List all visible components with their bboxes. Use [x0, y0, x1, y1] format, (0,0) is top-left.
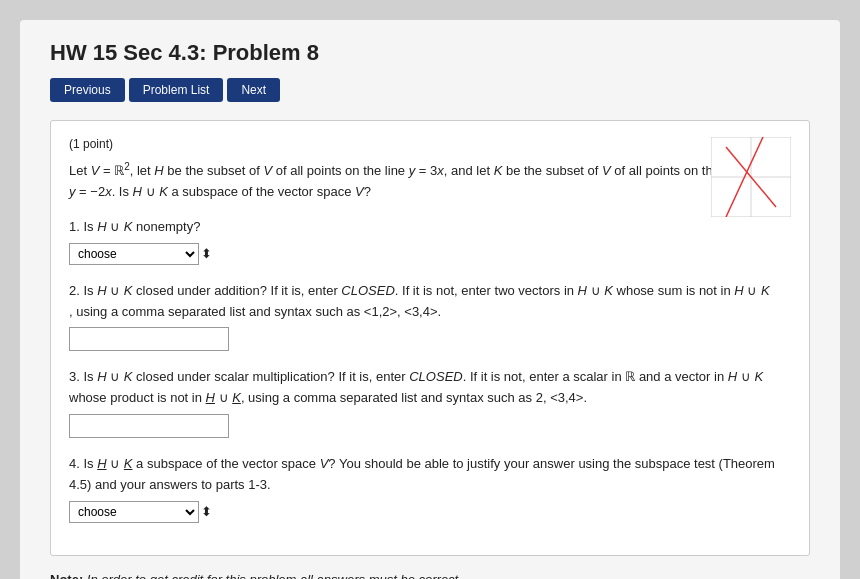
question-1-select-wrap: choose Yes No ⬍ [69, 243, 791, 265]
desc-line1: Let V = ℝ2, let H be the subset of V of … [69, 163, 744, 178]
question-2-input[interactable] [69, 327, 229, 351]
note-label: Note: [50, 572, 83, 580]
question-4-text: 4. Is H ∪ K a subspace of the vector spa… [69, 454, 791, 496]
question-4-select-wrap: choose Yes No ⬍ [69, 501, 791, 523]
desc-line2: y = −2x. Is H ∪ K a subspace of the vect… [69, 184, 371, 199]
note-section: Note: In order to get credit for this pr… [50, 572, 810, 580]
question-3: 3. Is H ∪ K closed under scalar multipli… [69, 367, 791, 438]
question-1-select[interactable]: choose Yes No [69, 243, 199, 265]
nav-buttons: Previous Problem List Next [50, 78, 810, 102]
point-label: (1 point) [69, 137, 791, 151]
question-2: 2. Is H ∪ K closed under addition? If it… [69, 281, 791, 352]
problem-list-button[interactable]: Problem List [129, 78, 224, 102]
previous-button[interactable]: Previous [50, 78, 125, 102]
select-arrow-icon-2: ⬍ [201, 504, 212, 519]
question-1-text: 1. Is H ∪ K nonempty? [69, 217, 791, 238]
note-text: In order to get credit for this problem … [87, 572, 462, 580]
question-1: 1. Is H ∪ K nonempty? choose Yes No ⬍ [69, 217, 791, 265]
next-button[interactable]: Next [227, 78, 280, 102]
graph-container [711, 137, 791, 217]
question-4-select[interactable]: choose Yes No [69, 501, 199, 523]
page-title: HW 15 Sec 4.3: Problem 8 [50, 40, 810, 66]
question-3-input[interactable] [69, 414, 229, 438]
page-container: HW 15 Sec 4.3: Problem 8 Previous Proble… [20, 20, 840, 579]
problem-box: (1 point) Let V = ℝ2, let H be the subse… [50, 120, 810, 556]
question-3-text: 3. Is H ∪ K closed under scalar multipli… [69, 367, 791, 409]
question-4: 4. Is H ∪ K a subspace of the vector spa… [69, 454, 791, 523]
select-arrow-icon: ⬍ [201, 246, 212, 261]
question-2-text: 2. Is H ∪ K closed under addition? If it… [69, 281, 791, 323]
problem-description: Let V = ℝ2, let H be the subset of V of … [69, 159, 791, 203]
